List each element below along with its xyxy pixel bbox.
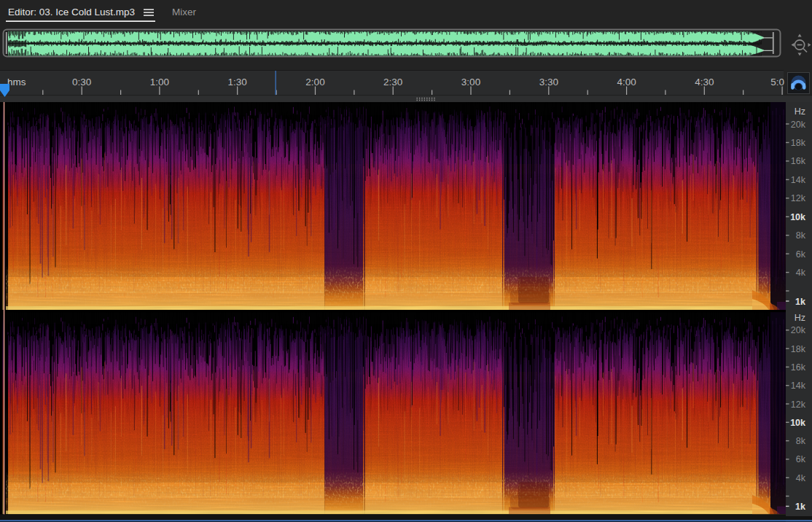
svg-text:12k: 12k [791,193,806,203]
svg-text:18k: 18k [791,344,806,354]
svg-text:8k: 8k [796,230,806,241]
svg-text:1:30: 1:30 [228,77,247,87]
svg-text:3:30: 3:30 [539,77,558,87]
svg-text:20k: 20k [791,120,806,130]
svg-text:1k: 1k [795,297,805,307]
svg-text:2:30: 2:30 [383,77,402,87]
svg-text:18k: 18k [791,138,806,148]
svg-text:16k: 16k [791,362,806,373]
svg-text:Editor: 03. Ice Cold Lust.mp3: Editor: 03. Ice Cold Lust.mp3 [8,7,135,17]
svg-text:4k: 4k [796,268,806,278]
svg-text:2:00: 2:00 [305,77,324,87]
svg-text:8k: 8k [796,436,806,446]
svg-text:16k: 16k [791,156,806,166]
svg-text:Hz: Hz [795,106,805,117]
svg-text:10k: 10k [790,212,805,222]
svg-text:4k: 4k [796,473,806,483]
svg-text:14k: 14k [791,381,806,391]
svg-text:Mixer: Mixer [172,7,197,17]
svg-text:5:0: 5:0 [770,77,784,87]
svg-text:12k: 12k [791,400,806,410]
svg-text:4:30: 4:30 [695,77,714,87]
svg-text:Hz: Hz [795,313,805,323]
svg-text:4:00: 4:00 [617,77,636,87]
svg-text:6k: 6k [796,454,806,464]
svg-text:20k: 20k [791,325,806,335]
svg-text:1:00: 1:00 [150,77,169,87]
svg-text:14k: 14k [791,175,806,185]
svg-text:hms: hms [7,77,26,87]
svg-text:10k: 10k [790,418,805,428]
svg-text:6k: 6k [796,249,806,260]
svg-text:0:30: 0:30 [72,77,91,87]
svg-text:3:00: 3:00 [461,77,480,87]
svg-text:1k: 1k [795,502,805,512]
